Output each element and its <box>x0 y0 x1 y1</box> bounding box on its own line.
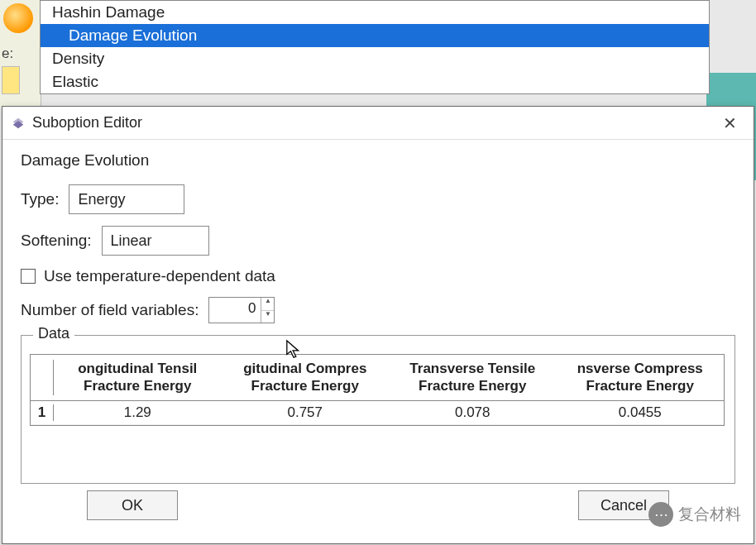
ok-button[interactable]: OK <box>87 490 178 520</box>
list-item-elastic[interactable]: Elastic <box>41 70 709 93</box>
type-label: Type: <box>21 190 59 208</box>
table-row[interactable]: 1 1.29 0.757 0.078 0.0455 <box>31 401 724 425</box>
cell-1[interactable]: 1.29 <box>54 404 222 421</box>
list-item-density[interactable]: Density <box>41 47 709 70</box>
tool-icon[interactable] <box>3 3 33 33</box>
list-item-hashin[interactable]: Hashin Damage <box>41 1 709 24</box>
suboption-editor-dialog: Suboption Editor ✕ Damage Evolution Type… <box>2 106 754 544</box>
cell-3[interactable]: 0.078 <box>389 404 557 421</box>
col-header-1: ongitudinal TensilFracture Energy <box>54 360 222 395</box>
tool-icon-2[interactable] <box>2 66 20 94</box>
close-icon[interactable]: ✕ <box>715 110 745 136</box>
spinner-down-icon[interactable]: ▼ <box>261 311 274 323</box>
spinner-up-icon[interactable]: ▲ <box>261 298 274 311</box>
titlebar: Suboption Editor ✕ <box>2 107 754 140</box>
dialog-content: Damage Evolution Type: Energy Softening:… <box>2 140 754 527</box>
app-icon <box>11 116 26 131</box>
temp-dependent-checkbox[interactable] <box>21 269 36 284</box>
nfield-value: 0 <box>209 298 261 323</box>
section-title: Damage Evolution <box>21 151 735 170</box>
cell-4[interactable]: 0.0455 <box>557 404 725 421</box>
bg-toolbar: e: <box>0 0 41 108</box>
watermark: ⋯ 复合材料 <box>648 502 741 527</box>
col-header-3: Transverse TensileFracture Energy <box>389 360 557 395</box>
col-header-2: gitudinal CompresFracture Energy <box>222 360 390 395</box>
material-behaviors-list[interactable]: Hashin Damage Damage Evolution Density E… <box>40 0 710 94</box>
softening-select[interactable]: Linear <box>102 226 209 256</box>
softening-label: Softening: <box>21 232 92 250</box>
type-select[interactable]: Energy <box>69 184 184 214</box>
dialog-title: Suboption Editor <box>32 114 715 131</box>
cell-2[interactable]: 0.757 <box>222 404 390 421</box>
data-legend: Data <box>33 325 74 342</box>
wechat-icon: ⋯ <box>648 502 673 527</box>
list-item-damage-evolution[interactable]: Damage Evolution <box>41 24 709 47</box>
data-fieldset: Data ongitudinal TensilFracture Energy g… <box>21 335 735 484</box>
table-header: ongitudinal TensilFracture Energy gitudi… <box>31 355 724 401</box>
watermark-text: 复合材料 <box>678 504 741 525</box>
col-header-4: nsverse CompressFracture Energy <box>557 360 725 395</box>
data-table[interactable]: ongitudinal TensilFracture Energy gitudi… <box>30 354 725 426</box>
nfield-label: Number of field variables: <box>21 301 199 319</box>
temp-dependent-label: Use temperature-dependent data <box>44 267 275 285</box>
bg-label: e: <box>2 45 13 62</box>
type-value: Energy <box>78 191 125 208</box>
nfield-spinner[interactable]: 0 ▲ ▼ <box>208 297 275 323</box>
row-number: 1 <box>31 404 54 421</box>
softening-value: Linear <box>111 232 152 250</box>
